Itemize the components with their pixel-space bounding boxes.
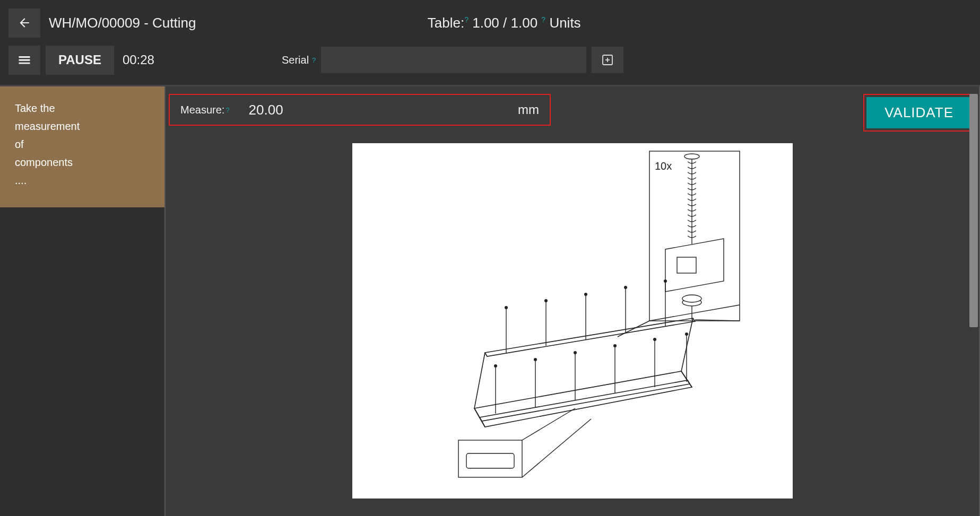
top-controls: Measure:? 20.00 mm VALIDATE bbox=[166, 86, 979, 132]
svg-point-27 bbox=[685, 333, 688, 336]
table-qty: 1.00 bbox=[472, 15, 499, 31]
serial-label: Serial bbox=[282, 54, 309, 66]
step-text-line: Take the bbox=[15, 99, 150, 117]
svg-point-28 bbox=[505, 306, 508, 309]
measure-label: Measure: bbox=[180, 104, 224, 116]
validate-button[interactable]: VALIDATE bbox=[866, 97, 972, 128]
svg-point-31 bbox=[624, 286, 627, 289]
body: Take the measurement of components .... … bbox=[0, 85, 980, 516]
table-label: Table bbox=[428, 15, 461, 31]
svg-point-38 bbox=[684, 154, 699, 159]
instruction-diagram: 10x bbox=[352, 143, 793, 498]
units-label: Units bbox=[549, 15, 580, 31]
arrow-left-icon bbox=[18, 16, 31, 30]
measure-unit: mm bbox=[518, 102, 539, 117]
validate-highlight: VALIDATE bbox=[863, 94, 975, 132]
back-button[interactable] bbox=[8, 8, 40, 38]
header-bar: WH/MO/00009 - Cutting Table:? 1.00 / 1.0… bbox=[0, 0, 980, 42]
measure-field[interactable]: Measure:? 20.00 mm bbox=[169, 94, 551, 126]
help-icon[interactable]: ? bbox=[312, 56, 316, 64]
steps-sidebar: Take the measurement of components .... bbox=[0, 86, 164, 516]
serial-field-group: Serial? bbox=[282, 47, 623, 73]
svg-point-24 bbox=[574, 351, 577, 354]
step-text-line: .... bbox=[15, 171, 150, 189]
toolbar: PAUSE 00:28 Serial? bbox=[0, 42, 980, 85]
menu-icon bbox=[17, 53, 32, 67]
help-icon[interactable]: ? bbox=[541, 15, 545, 24]
svg-point-23 bbox=[534, 358, 537, 361]
svg-point-25 bbox=[613, 344, 617, 347]
table-sep: / bbox=[499, 15, 511, 31]
help-icon[interactable]: ? bbox=[464, 15, 469, 24]
pause-button[interactable]: PAUSE bbox=[46, 46, 114, 75]
menu-button[interactable] bbox=[8, 46, 40, 75]
plus-square-icon bbox=[601, 54, 614, 66]
svg-point-22 bbox=[494, 364, 497, 368]
active-step-card[interactable]: Take the measurement of components .... bbox=[0, 86, 164, 207]
svg-point-43 bbox=[682, 295, 701, 302]
add-serial-button[interactable] bbox=[592, 47, 623, 73]
measure-value: 20.00 bbox=[249, 102, 283, 118]
main-panel: Measure:? 20.00 mm VALIDATE bbox=[164, 86, 980, 516]
table-quantity-info: Table:? 1.00 / 1.00 ? Units bbox=[428, 15, 581, 31]
step-text-line: of bbox=[15, 135, 150, 153]
diagram-annotation: 10x bbox=[655, 160, 672, 172]
table-total: 1.00 bbox=[511, 15, 538, 31]
svg-point-30 bbox=[584, 293, 587, 296]
work-order-title: WH/MO/00009 - Cutting bbox=[49, 15, 196, 31]
timer-display: 00:28 bbox=[123, 53, 154, 67]
serial-input[interactable] bbox=[321, 47, 586, 73]
svg-point-29 bbox=[544, 299, 548, 302]
vertical-scrollbar[interactable] bbox=[969, 94, 978, 327]
step-text-line: measurement bbox=[15, 117, 150, 135]
step-text-line: components bbox=[15, 153, 150, 171]
help-icon[interactable]: ? bbox=[226, 106, 229, 114]
svg-point-26 bbox=[653, 338, 656, 341]
